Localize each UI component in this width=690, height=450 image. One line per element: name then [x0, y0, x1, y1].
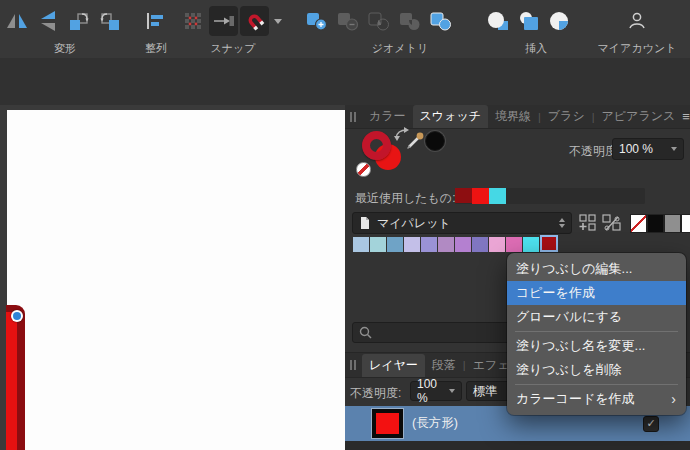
- no-colour-indicator[interactable]: [356, 162, 371, 177]
- add-swatch-button[interactable]: [578, 213, 598, 233]
- snap-options-dropdown[interactable]: [271, 6, 285, 36]
- geometry-add-button[interactable]: [302, 6, 331, 36]
- tab-paragraph[interactable]: 段落: [425, 354, 463, 377]
- grid-button[interactable]: [178, 6, 207, 36]
- layers-opacity-label: 不透明度:: [350, 385, 401, 402]
- flip-horizontal-icon: [6, 12, 28, 30]
- rotate-cw-button[interactable]: [95, 6, 124, 36]
- insert-behind-icon: [487, 11, 509, 31]
- geometry-subtract-button[interactable]: [333, 6, 362, 36]
- insert-inside-button[interactable]: [545, 6, 574, 36]
- recent-swatch[interactable]: [455, 188, 472, 203]
- recent-swatch[interactable]: [472, 188, 489, 204]
- blend-mode-value: 標準: [473, 383, 497, 400]
- palette-swatch[interactable]: [353, 237, 369, 252]
- red-rectangle-object[interactable]: [6, 305, 25, 450]
- snapping-toggle-button[interactable]: [240, 6, 269, 36]
- geometry-subtract-icon: [337, 12, 359, 31]
- tab-swatches[interactable]: スウォッチ: [413, 105, 488, 128]
- tab-colour[interactable]: カラー: [362, 105, 413, 128]
- rotate-cw-icon: [99, 11, 121, 31]
- eyedropper-icon[interactable]: [405, 129, 427, 151]
- geometry-xor-button[interactable]: [395, 6, 424, 36]
- palette-swatch[interactable]: [421, 237, 437, 252]
- align-button[interactable]: [140, 6, 169, 36]
- checkmark-icon: [646, 418, 655, 429]
- menu-item-edit-fill[interactable]: 塗りつぶしの編集...: [507, 257, 686, 281]
- canvas-area[interactable]: [0, 105, 345, 450]
- geometry-group: [302, 5, 455, 37]
- chevron-down-icon: [274, 19, 282, 24]
- layer-visibility-checkbox[interactable]: [643, 416, 659, 432]
- snap-group-label: スナップ: [210, 41, 255, 56]
- geometry-intersect-button[interactable]: [364, 6, 393, 36]
- palette-swatch-selected[interactable]: [542, 237, 556, 250]
- menu-item-delete-fill[interactable]: 塗りつぶしを削除: [507, 358, 686, 382]
- rotate-ccw-button[interactable]: [64, 6, 93, 36]
- palette-swatch[interactable]: [523, 237, 539, 252]
- person-icon: [627, 11, 647, 31]
- insert-inside-icon: [549, 11, 571, 31]
- chevron-down-icon: [671, 147, 677, 151]
- affinity-designer-window: { "top_toolbar": { "labels": { "transfor…: [0, 0, 690, 450]
- palette-swatch[interactable]: [387, 237, 403, 252]
- palette-select[interactable]: マイパレット: [352, 212, 572, 234]
- flip-horizontal-button[interactable]: [2, 6, 31, 36]
- menu-item-make-global[interactable]: グローバルにする: [507, 305, 686, 329]
- white-swatch[interactable]: [681, 214, 690, 233]
- geometry-divide-button[interactable]: [426, 6, 455, 36]
- palette-swatch[interactable]: [438, 237, 454, 252]
- palette-swatch[interactable]: [404, 237, 420, 252]
- recent-label: 最近使用したもの:: [355, 190, 455, 207]
- geometry-group-label: ジオメトリ: [372, 41, 428, 56]
- geometry-divide-icon: [430, 12, 452, 31]
- layers-footer: [345, 441, 690, 450]
- recent-swatch[interactable]: [489, 188, 506, 204]
- base-swatches: [630, 214, 690, 233]
- panel-grip-icon[interactable]: [350, 360, 356, 370]
- layer-thumbnail[interactable]: [372, 409, 403, 438]
- palette-swatch[interactable]: [489, 237, 505, 252]
- gray-swatch[interactable]: [664, 214, 681, 233]
- opacity-dropdown[interactable]: 100 %: [612, 138, 684, 160]
- account-group: [618, 5, 656, 37]
- align-group: [140, 5, 169, 37]
- tab-appearance[interactable]: アピアランス: [595, 105, 683, 128]
- insert-on-top-button[interactable]: [514, 6, 543, 36]
- menu-item-rename-fill[interactable]: 塗りつぶし名を変更...: [507, 334, 686, 358]
- palette-swatch[interactable]: [506, 237, 522, 252]
- menu-separator: [515, 331, 678, 332]
- studio-tabs-bar: カラー スウォッチ 境界線 | ブラシ | アピアランス: [345, 105, 690, 129]
- opacity-value: 100 %: [619, 142, 653, 156]
- flip-vertical-button[interactable]: [33, 6, 62, 36]
- swatch-options-button[interactable]: [601, 213, 623, 233]
- search-icon: [359, 326, 372, 339]
- geometry-add-icon: [306, 12, 328, 31]
- tab-layers[interactable]: レイヤー: [362, 354, 425, 377]
- canvas-page[interactable]: [7, 110, 345, 450]
- my-account-button[interactable]: [618, 6, 656, 36]
- palette-swatch[interactable]: [455, 237, 471, 252]
- menu-item-create-copy[interactable]: コピーを作成: [507, 281, 686, 305]
- insert-behind-button[interactable]: [483, 6, 512, 36]
- panel-grip-icon[interactable]: [350, 112, 356, 122]
- tab-stroke[interactable]: 境界線: [488, 105, 538, 128]
- panel-menu-icon[interactable]: [682, 110, 690, 123]
- palette-swatch[interactable]: [472, 237, 488, 252]
- layers-opacity-dropdown[interactable]: 100 %: [410, 381, 462, 401]
- rotate-ccw-icon: [68, 11, 90, 31]
- stroke-colour-indicator[interactable]: [362, 131, 391, 160]
- selection-handle[interactable]: [11, 310, 23, 322]
- black-swatch[interactable]: [647, 214, 664, 233]
- menu-item-create-colour-code[interactable]: カラーコードを作成: [507, 387, 686, 411]
- grid-icon: [183, 12, 203, 30]
- align-left-icon: [145, 12, 165, 30]
- picked-colour-well[interactable]: [425, 131, 445, 151]
- tab-brush[interactable]: ブラシ: [541, 105, 592, 128]
- palette-swatch[interactable]: [370, 237, 386, 252]
- snap-move-button[interactable]: [209, 6, 238, 36]
- magnet-icon: [242, 8, 267, 33]
- none-swatch[interactable]: [630, 214, 647, 233]
- main-toolbar: 変形 整列 スナップ: [0, 0, 690, 59]
- palette-name: マイパレット: [377, 215, 451, 232]
